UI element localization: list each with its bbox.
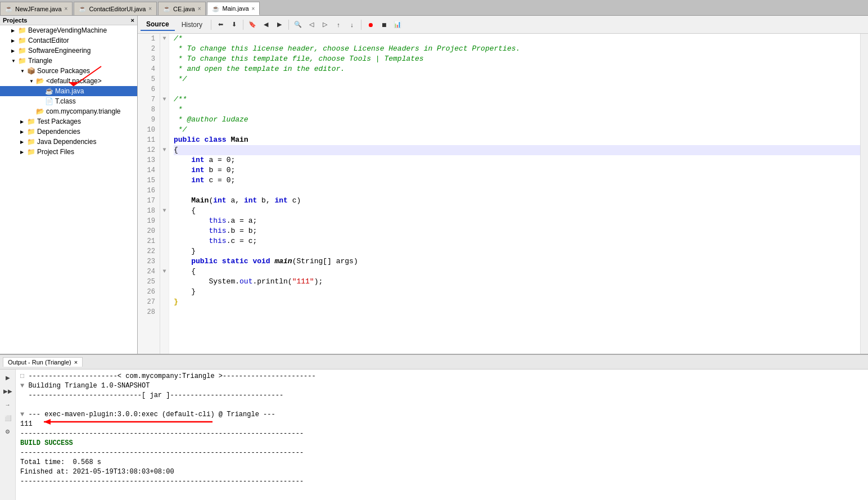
code-line-1: /* [174, 34, 860, 44]
fold-24[interactable]: ▼ [160, 267, 169, 277]
back-btn[interactable]: ⬅ [214, 19, 227, 31]
output-line-12: ----------------------------------------… [20, 477, 864, 487]
profile-btn[interactable]: 📊 [391, 19, 404, 31]
sidebar-item-triangle[interactable]: ▼ 📁 Triangle [0, 56, 137, 66]
output-line-8: BUILD SUCCESS [20, 439, 864, 448]
output-area: ▶ ▶▶ → ⬜ ⚙ □ ----------------------< com… [0, 370, 868, 500]
next-bookmark-btn[interactable]: ▶ [273, 19, 286, 31]
fold-18[interactable]: ▼ [160, 206, 169, 216]
forward-btn[interactable]: ⬇ [228, 19, 240, 31]
toolbar-sep1 [211, 20, 211, 30]
code-line-28 [174, 307, 860, 317]
folder-icon3: 📁 [18, 47, 26, 55]
clear-btn[interactable]: ⬜ [2, 412, 13, 424]
folder-icon2: 📁 [18, 37, 26, 44]
java-file-icon2: ☕ [79, 5, 87, 12]
output-content[interactable]: □ ----------------------< com.mycompany:… [16, 370, 868, 500]
sidebar-item-tclass[interactable]: 📄 T.class [0, 96, 137, 106]
code-line-7: /** [174, 94, 860, 105]
run-all-btn[interactable]: ▶▶ [2, 385, 13, 397]
tab-bar: ☕ NewJFrame.java × ☕ ContactEditorUI.jav… [0, 0, 868, 16]
tab-source[interactable]: Source [141, 19, 175, 31]
code-line-16 [174, 186, 860, 196]
sidebar-item-beveragevending[interactable]: ▶ 📁 BeverageVendingMachine [0, 25, 137, 35]
tab-newjframe[interactable]: ☕ NewJFrame.java × [0, 2, 73, 15]
sidebar-item-defaultpackage[interactable]: ▼ 📂 <default package> [0, 76, 137, 86]
arrow-icon11: ▶ [20, 129, 26, 134]
sidebar-item-softwareengineering[interactable]: ▶ 📁 SoftwareEngineering [0, 46, 137, 56]
code-line-24: { [174, 267, 860, 277]
arrow-icon13: ▶ [20, 150, 26, 155]
output-line-10: Total time: 0.568 s [20, 458, 864, 467]
run-again-btn[interactable]: ▶ [2, 372, 13, 383]
right-overview-panel [860, 34, 868, 354]
tab-history[interactable]: History [176, 19, 208, 30]
output-line-5: ▼ --- exec-maven-plugin:3.0.0:exec (defa… [20, 410, 864, 420]
tab-close-newjframe[interactable]: × [65, 6, 68, 12]
output-sidebar: ▶ ▶▶ → ⬜ ⚙ [0, 370, 16, 500]
output-tab-run[interactable]: Output - Run (Triangle) × [3, 357, 83, 367]
prev-bookmark-btn[interactable]: ◀ [260, 19, 272, 31]
code-line-15: int c = 0; [174, 175, 860, 186]
fold-gutter: ▼ ▼ ▼ ▼ [160, 34, 169, 354]
code-line-23: public static void main(String[] args) [174, 256, 860, 267]
code-line-6 [174, 84, 860, 94]
next-occ-btn[interactable]: ▷ [319, 19, 331, 31]
code-editor[interactable]: 1 2 3 4 5 6 7 8 9 10 11 12 13 14 15 16 1… [138, 34, 868, 354]
output-line-3: ----------------------------[ jar ]-----… [20, 391, 864, 400]
line-numbers: 1 2 3 4 5 6 7 8 9 10 11 12 13 14 15 16 1… [138, 34, 160, 354]
java-file-icon3: ☕ [163, 5, 171, 12]
output-line-1: □ ----------------------< com.mycompany:… [20, 372, 864, 381]
prev-occ-btn[interactable]: ◁ [305, 19, 318, 31]
arrow-icon10: ▶ [20, 119, 26, 124]
fold-1[interactable]: ▼ [160, 34, 169, 44]
fold-7[interactable]: ▼ [160, 94, 169, 105]
tab-close-contacteditorui[interactable]: × [148, 6, 152, 12]
sidebar-item-contacteditor[interactable]: ▶ 📁 ContactEditor [0, 35, 137, 46]
stop-btn[interactable]: → [2, 399, 13, 410]
sidebar-item-testpackages[interactable]: ▶ 📁 Test Packages [0, 116, 137, 127]
sidebar-close-icon[interactable]: × [131, 17, 134, 24]
sidebar-item-commycompany[interactable]: 📂 com.mycompany.triangle [0, 106, 137, 116]
main-layout: Projects × ▶ 📁 BeverageVendingMachine ▶ … [0, 16, 868, 354]
code-line-14: int b = 0; [174, 165, 860, 175]
code-line-25: System.out.println("111"); [174, 277, 860, 287]
sidebar-item-sourcepackages[interactable]: ▼ 📦 Source Packages [0, 66, 137, 76]
tab-main[interactable]: ☕ Main.java × [207, 2, 260, 15]
code-line-5: */ [174, 74, 860, 84]
fold-12[interactable]: ▼ [160, 145, 169, 155]
code-line-22: } [174, 246, 860, 256]
tab-ce[interactable]: ☕ CE.java × [158, 2, 206, 15]
editor-toolbar: Source History ⬅ ⬇ 🔖 ◀ ▶ 🔍 ◁ ▷ ↑ ↓ ⏺ ⏹ 📊 [138, 16, 868, 34]
output-line-2: ▼ Building Triangle 1.0-SNAPSHOT [20, 381, 864, 391]
prev-match-btn[interactable]: ↑ [332, 19, 345, 31]
toggle-bookmark-btn[interactable]: 🔖 [246, 19, 259, 31]
next-match-btn[interactable]: ↓ [346, 19, 358, 31]
code-line-20: this.b = b; [174, 226, 860, 236]
java-file-icon4: ☕ [212, 5, 220, 12]
default-package-icon: 📂 [36, 77, 44, 85]
sidebar-item-projectfiles[interactable]: ▶ 📁 Project Files [0, 147, 137, 157]
code-lines[interactable]: /* * To change this license header, choo… [169, 34, 860, 354]
output-tab-close[interactable]: × [74, 359, 78, 366]
options-btn[interactable]: ⚙ [2, 426, 13, 437]
tab-contacteditorui[interactable]: ☕ ContactEditorUI.java × [74, 2, 157, 15]
code-line-21: this.c = c; [174, 236, 860, 246]
code-line-2: * To change this license header, choose … [174, 44, 860, 54]
run-btn[interactable]: ⏺ [364, 19, 377, 31]
java-file-icon: ☕ [5, 5, 13, 12]
package-icon: 📂 [36, 107, 44, 115]
toolbar-sep2 [243, 20, 243, 30]
code-line-18: { [174, 206, 860, 216]
output-line-7: ----------------------------------------… [20, 429, 864, 439]
tab-close-ce[interactable]: × [198, 6, 201, 12]
tab-close-main[interactable]: × [252, 6, 255, 12]
arrow-icon5: ▼ [20, 69, 26, 74]
arrow-icon12: ▶ [20, 139, 26, 145]
sidebar-item-mainjava[interactable]: ☕ Main.java [0, 86, 137, 96]
search-btn[interactable]: 🔍 [292, 19, 304, 31]
sidebar-item-javadeps[interactable]: ▶ 📁 Java Dependencies [0, 137, 137, 147]
class-icon: 📄 [45, 97, 53, 105]
sidebar-item-dependencies[interactable]: ▶ 📁 Dependencies [0, 127, 137, 137]
debug-btn[interactable]: ⏹ [378, 19, 390, 31]
